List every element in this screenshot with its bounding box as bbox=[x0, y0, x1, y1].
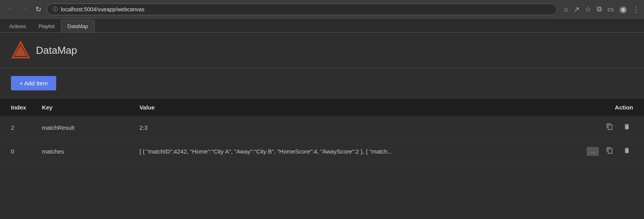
col-header-key: Key bbox=[34, 99, 132, 116]
cell-value-1: [ { "matchID":4242, "Home":"City A", "Aw… bbox=[132, 140, 579, 163]
more-icon: ... bbox=[591, 148, 595, 154]
forward-button[interactable]: → bbox=[19, 4, 30, 15]
copy-button-0[interactable] bbox=[603, 121, 616, 134]
value-text-1: [ { "matchID":4242, "Home":"City A", "Aw… bbox=[139, 148, 392, 155]
browser-chrome: ← → ↻ ⓘ localhost:5004/vueapp/webcanvas … bbox=[0, 0, 644, 19]
col-header-action: Action bbox=[579, 99, 644, 116]
extension-icon[interactable]: ⧉ bbox=[597, 5, 602, 13]
share-icon[interactable]: ↗ bbox=[574, 5, 580, 14]
zoom-icon[interactable]: ⌕ bbox=[564, 5, 568, 13]
cell-action-0 bbox=[579, 116, 644, 140]
toolbar: + Add Item bbox=[0, 68, 644, 99]
tab-actions[interactable]: Actions bbox=[3, 20, 32, 32]
url-text: localhost:5004/vueapp/webcanvas bbox=[61, 6, 144, 12]
table-row: 2 matchResult 2:3 bbox=[0, 116, 644, 140]
star-icon[interactable]: ☆ bbox=[585, 5, 591, 14]
add-item-button[interactable]: + Add Item bbox=[11, 76, 56, 90]
reload-icon: ↻ bbox=[36, 5, 41, 14]
address-bar[interactable]: ⓘ localhost:5004/vueapp/webcanvas bbox=[47, 4, 557, 15]
menu-icon[interactable]: ⋮ bbox=[632, 5, 639, 14]
delete-button-0[interactable] bbox=[621, 121, 633, 134]
lock-icon: ⓘ bbox=[53, 6, 58, 13]
delete-button-1[interactable] bbox=[621, 145, 633, 157]
trash-icon bbox=[623, 147, 630, 156]
back-button[interactable]: ← bbox=[5, 4, 16, 15]
cell-key-0: matchResult bbox=[34, 116, 132, 140]
tab-playlist[interactable]: Playlist bbox=[32, 20, 61, 32]
browser-tabs: Actions Playlist DataMap bbox=[0, 19, 644, 33]
cell-index-0: 2 bbox=[0, 116, 34, 140]
cell-index-1: 0 bbox=[0, 140, 34, 163]
more-button-1[interactable]: ... bbox=[587, 147, 599, 156]
col-header-index: Index bbox=[0, 99, 34, 116]
data-table: Index Key Value Action 2 matchResult 2:3 bbox=[0, 99, 644, 163]
cell-key-1: matches bbox=[34, 140, 132, 163]
logo-container: DataMap bbox=[11, 41, 77, 60]
reload-button[interactable]: ↻ bbox=[33, 4, 44, 15]
table-header-row: Index Key Value Action bbox=[0, 99, 644, 116]
back-icon: ← bbox=[7, 5, 14, 13]
app-title: DataMap bbox=[36, 44, 77, 57]
app-header: DataMap bbox=[0, 33, 644, 68]
forward-icon: → bbox=[21, 5, 28, 13]
browser-toolbar: ⌕ ↗ ☆ ⧉ ▭ ◉ ⋮ bbox=[564, 4, 639, 14]
app-container: DataMap + Add Item Index Key Value Actio… bbox=[0, 33, 644, 219]
tab-datamap[interactable]: DataMap bbox=[61, 20, 95, 32]
sidebar-icon[interactable]: ▭ bbox=[607, 5, 614, 14]
copy-icon bbox=[606, 123, 613, 132]
table-row: 0 matches [ { "matchID":4242, "Home":"Ci… bbox=[0, 140, 644, 163]
cell-value-0: 2:3 bbox=[132, 116, 579, 140]
add-item-label: + Add Item bbox=[20, 80, 48, 87]
app-logo bbox=[11, 41, 30, 60]
cell-action-1: ... bbox=[579, 140, 644, 163]
col-header-value: Value bbox=[132, 99, 579, 116]
trash-icon bbox=[623, 123, 630, 132]
profile-icon[interactable]: ◉ bbox=[619, 4, 627, 14]
copy-button-1[interactable] bbox=[603, 145, 616, 157]
copy-icon bbox=[606, 147, 613, 156]
